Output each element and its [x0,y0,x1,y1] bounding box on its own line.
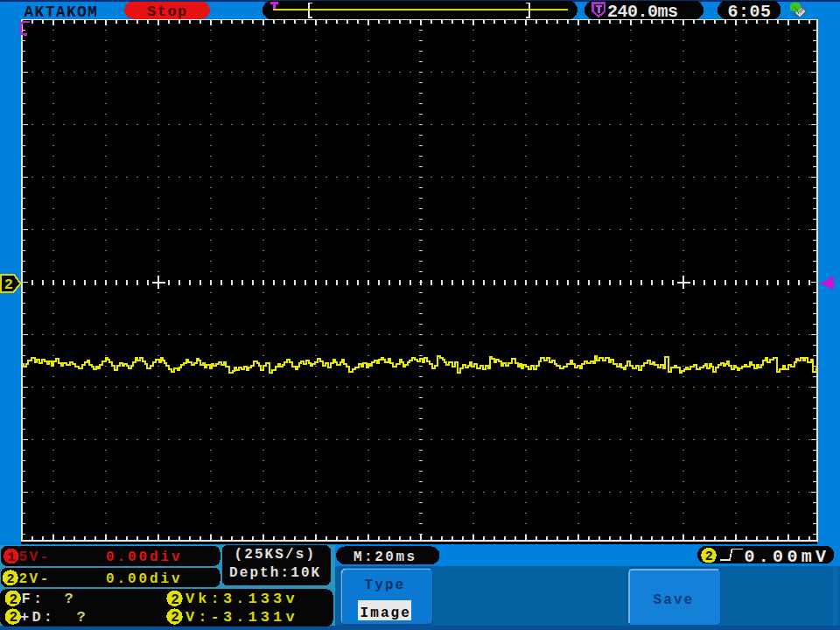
svg-text:2: 2 [4,276,13,293]
svg-text:2: 2 [7,572,15,587]
svg-text:2: 2 [171,592,179,608]
svg-text:Vk:3.133v: Vk:3.133v [186,591,298,607]
svg-text:1: 1 [8,550,16,565]
svg-text:6:05: 6:05 [728,2,772,22]
svg-text:?: ? [65,591,76,607]
svg-text:Depth:10K: Depth:10K [229,565,321,581]
svg-text:0.00mV: 0.00mV [745,547,830,567]
svg-text:0.00div: 0.00div [106,550,183,565]
svg-text:2: 2 [9,592,18,608]
svg-text:+D:: +D: [20,609,55,626]
svg-text:Image: Image [360,606,412,621]
svg-text:Save: Save [654,592,695,608]
svg-text:2: 2 [171,610,179,626]
svg-text:AKTAKOM: AKTAKOM [24,4,99,21]
svg-text:Type: Type [365,578,406,593]
svg-text:2: 2 [705,550,713,564]
svg-text:5V-: 5V- [19,550,51,565]
svg-text:Stop: Stop [147,4,188,20]
svg-text:2: 2 [9,610,18,626]
svg-text:(25KS/s): (25KS/s) [234,547,317,563]
svg-text:M:20ms: M:20ms [354,550,417,565]
svg-text:V:-3.131v: V:-3.131v [186,609,298,626]
svg-text:240.0ms: 240.0ms [607,2,678,22]
svg-text:0.00div: 0.00div [106,571,183,587]
svg-text:2V-: 2V- [19,571,51,587]
svg-text:F:: F: [22,591,46,607]
svg-text:?: ? [77,609,88,626]
